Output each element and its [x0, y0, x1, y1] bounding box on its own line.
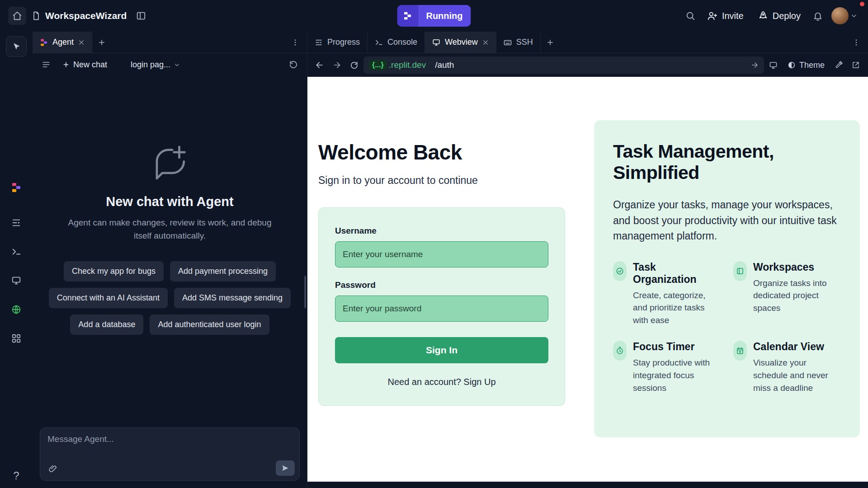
workspace-panel-menu-button[interactable] — [847, 33, 865, 52]
workspace-book-icon — [733, 261, 747, 281]
password-group: Password — [335, 280, 548, 322]
suggestion-chip[interactable]: Add authenticated user login — [150, 314, 269, 335]
attach-file-button[interactable] — [45, 460, 61, 477]
password-label: Password — [335, 280, 548, 290]
new-chat-button[interactable]: New chat — [58, 57, 112, 72]
select-tool-button[interactable] — [6, 36, 27, 57]
invite-icon — [708, 11, 717, 21]
suggestion-chip[interactable]: Add SMS message sending — [174, 288, 291, 308]
feature-item: Task Organization Create, categorize, an… — [613, 261, 721, 327]
close-icon[interactable] — [78, 39, 85, 46]
webview-rail-button[interactable] — [9, 273, 24, 288]
suggestion-chip[interactable]: Check my app for bugs — [64, 261, 164, 282]
suggestion-chip[interactable]: Add a database — [70, 314, 143, 335]
feature-title: Workspaces — [753, 261, 841, 273]
help-button[interactable]: ? — [10, 469, 22, 483]
forward-button[interactable] — [329, 57, 344, 73]
timer-icon — [613, 341, 627, 361]
back-button[interactable] — [312, 57, 327, 73]
feature-item: Focus Timer Stay productive with integra… — [613, 341, 721, 394]
tab-progress[interactable]: Progress — [307, 32, 368, 53]
message-input[interactable] — [47, 433, 293, 460]
monitor-icon — [11, 276, 21, 286]
username-group: Username — [335, 226, 548, 267]
tab-label: Console — [387, 38, 417, 47]
layout-icon — [136, 11, 146, 21]
suggestion-chips: Check my app for bugs Add payment proces… — [43, 261, 296, 335]
layout-toggle-button[interactable] — [132, 7, 150, 25]
suggestion-chip[interactable]: Add payment processing — [170, 261, 276, 282]
go-arrow-icon[interactable] — [750, 61, 759, 69]
panel-scrollbar[interactable] — [304, 276, 306, 308]
close-icon[interactable] — [482, 39, 489, 46]
message-composer[interactable] — [40, 427, 300, 481]
chat-title-dropdown[interactable]: login pag... — [128, 60, 183, 70]
empty-state-description: Agent can make changes, review its work,… — [64, 216, 276, 242]
agent-rail-button[interactable] — [9, 180, 24, 195]
external-link-icon — [852, 61, 860, 69]
run-status-badge[interactable]: Running — [397, 5, 471, 27]
all-tools-rail-button[interactable] — [9, 331, 24, 346]
arrow-left-icon — [315, 61, 324, 70]
invite-button[interactable]: Invite — [701, 6, 750, 25]
login-form-card: Username Password Sign In Need an accoun… — [318, 207, 565, 406]
chat-plus-icon — [151, 144, 189, 181]
send-message-button[interactable] — [276, 460, 295, 476]
deploy-button[interactable]: Deploy — [752, 6, 807, 25]
refresh-button[interactable] — [346, 57, 362, 73]
agent-empty-state: New chat with Agent Agent can make chang… — [33, 76, 307, 421]
new-tab-button[interactable] — [92, 33, 111, 52]
sign-in-button[interactable]: Sign In — [335, 337, 548, 363]
url-input[interactable]: {...} .replit.dev /auth — [363, 56, 764, 74]
page-title: WorkspaceWizard — [45, 10, 127, 21]
search-button[interactable] — [681, 7, 699, 25]
rollback-history-button[interactable] — [286, 57, 301, 72]
new-chat-label: New chat — [73, 60, 107, 70]
url-host: .replit.dev — [389, 60, 426, 70]
promo-card: Task Management, Simplified Organize you… — [594, 120, 860, 437]
tab-label: Progress — [327, 38, 360, 47]
devtools-button[interactable] — [831, 57, 846, 73]
workspace-title-group: WorkspaceWizard — [32, 10, 127, 21]
password-field[interactable] — [335, 296, 548, 322]
tab-webview[interactable]: Webview — [425, 32, 496, 53]
feature-title: Focus Timer — [633, 341, 721, 353]
calendar-plus-icon — [733, 341, 747, 361]
open-in-new-tab-button[interactable] — [848, 57, 863, 73]
terminal-icon — [11, 247, 21, 257]
kebab-menu-icon — [852, 38, 860, 47]
tab-ssh[interactable]: SSH — [496, 32, 541, 53]
progress-rail-button[interactable] — [9, 215, 24, 230]
sign-up-link[interactable]: Need an account? Sign Up — [335, 377, 548, 387]
list-icon — [42, 60, 51, 69]
devices-button[interactable] — [766, 57, 781, 73]
username-field[interactable] — [335, 241, 548, 267]
tab-agent[interactable]: Agent — [33, 32, 92, 53]
check-circle-icon — [613, 261, 627, 281]
left-rail: ? — [0, 32, 33, 488]
home-button[interactable] — [8, 7, 26, 25]
replit-logo-icon — [397, 5, 418, 27]
feature-description: Visualize your schedule and never miss a… — [753, 357, 841, 394]
shell-rail-button[interactable] — [9, 244, 24, 259]
tab-console[interactable]: Console — [368, 32, 425, 53]
progress-tab-icon — [315, 38, 323, 47]
cursor-icon — [12, 42, 21, 51]
tab-label: SSH — [516, 38, 533, 47]
notifications-button[interactable] — [809, 7, 827, 25]
theme-button[interactable]: Theme — [783, 57, 829, 73]
app-status-rail-button[interactable] — [9, 302, 24, 317]
chat-list-button[interactable] — [39, 57, 53, 72]
topbar: WorkspaceWizard Running Invite Deploy — [0, 0, 868, 32]
wrench-icon — [835, 61, 843, 69]
new-tab-button[interactable] — [541, 33, 560, 52]
suggestion-chip[interactable]: Connect with an AI Assistant — [49, 288, 168, 308]
agent-tabbar: Agent — [33, 32, 307, 53]
agent-panel-menu-button[interactable] — [286, 33, 304, 52]
account-menu[interactable] — [829, 7, 860, 24]
running-label: Running — [418, 5, 471, 27]
webview-tab-icon — [432, 38, 440, 47]
agent-panel: Agent New chat login pag... — [33, 32, 307, 488]
browser-urlbar: {...} .replit.dev /auth Theme — [307, 53, 868, 77]
feature-description: Stay productive with integrated focus se… — [633, 357, 721, 394]
